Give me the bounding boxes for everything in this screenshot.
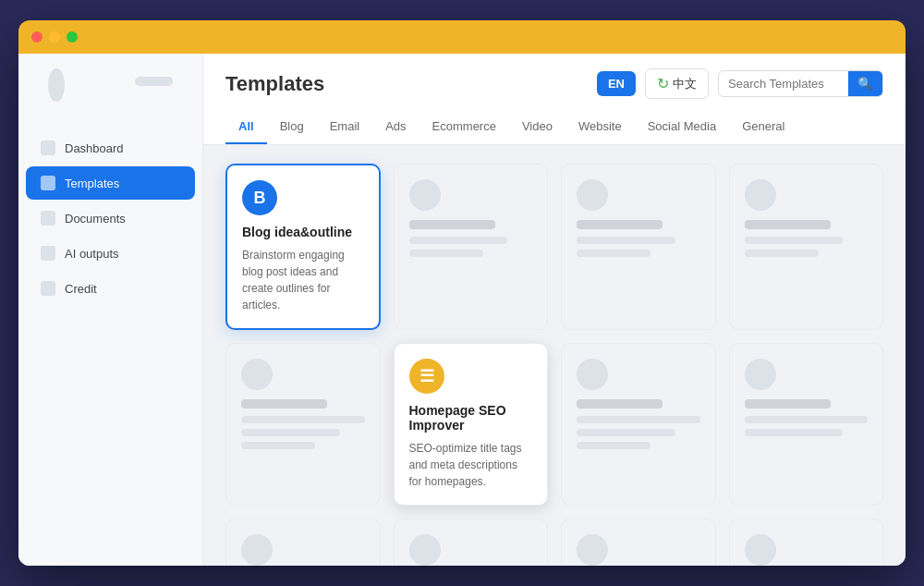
tab-social-media[interactable]: Social Media <box>635 110 729 144</box>
template-card-placeholder-1[interactable] <box>394 164 549 330</box>
sidebar: Dashboard Templates Documents AI outputs… <box>18 54 203 566</box>
sidebar-label-dashboard: Dashboard <box>65 141 124 155</box>
maximize-button[interactable] <box>67 31 78 43</box>
sidebar-item-credit[interactable]: Credit <box>26 272 195 305</box>
placeholder-icon-9 <box>577 534 608 566</box>
search-input[interactable] <box>719 71 848 96</box>
credit-icon <box>41 281 55 296</box>
placeholder-icon-4 <box>241 359 273 390</box>
tab-blog[interactable]: Blog <box>267 110 317 144</box>
main-header: Templates EN ↻ 中文 🔍 <box>203 54 906 145</box>
sidebar-item-dashboard[interactable]: Dashboard <box>26 131 195 165</box>
app-body: Dashboard Templates Documents AI outputs… <box>18 54 906 566</box>
blog-card-desc: Brainstorm engaging blog post ideas and … <box>242 247 364 313</box>
template-card-placeholder-8[interactable] <box>394 519 549 566</box>
placeholder-line-1b <box>409 250 483 257</box>
tab-video[interactable]: Video <box>509 110 565 144</box>
seo-icon: ☰ <box>409 359 444 394</box>
search-bar: 🔍 <box>718 70 883 97</box>
template-grid-area: B Blog idea&outline Brainstorm engaging … <box>203 145 906 566</box>
placeholder-line-5a <box>577 416 700 423</box>
ai-outputs-icon <box>41 246 55 261</box>
tabs: All Blog Email Ads Ecommerce Video Websi… <box>225 110 883 144</box>
template-card-placeholder-4[interactable] <box>225 343 381 506</box>
sidebar-item-documents[interactable]: Documents <box>26 201 195 235</box>
avatar <box>48 68 65 102</box>
placeholder-line-6b <box>745 429 844 436</box>
tab-ecommerce[interactable]: Ecommerce <box>419 110 509 144</box>
placeholder-icon-8 <box>409 534 441 566</box>
placeholder-line-3b <box>745 250 819 257</box>
placeholder-icon-5 <box>577 359 608 390</box>
lang-zh-label: 中文 <box>673 76 697 92</box>
traffic-lights <box>31 31 78 43</box>
blog-card-title: Blog idea&outline <box>242 225 364 239</box>
placeholder-line-5b <box>577 429 675 436</box>
template-card-blog-idea[interactable]: B Blog idea&outline Brainstorm engaging … <box>225 164 381 330</box>
placeholder-line-3a <box>745 237 844 244</box>
placeholder-icon-3 <box>745 179 776 211</box>
template-grid: B Blog idea&outline Brainstorm engaging … <box>225 164 883 566</box>
search-icon: 🔍 <box>857 77 873 91</box>
minimize-button[interactable] <box>49 31 60 43</box>
placeholder-line-4c <box>241 442 315 449</box>
placeholder-line-4b <box>241 429 340 436</box>
placeholder-title-1 <box>409 220 495 229</box>
placeholder-line-2a <box>577 237 675 244</box>
placeholder-icon-6 <box>745 359 776 390</box>
placeholder-icon-1 <box>409 179 441 211</box>
main-content: Templates EN ↻ 中文 🔍 <box>203 54 906 566</box>
placeholder-title-2 <box>577 220 663 229</box>
tab-ads[interactable]: Ads <box>372 110 419 144</box>
user-name-placeholder <box>135 77 173 86</box>
placeholder-title-4 <box>241 399 327 409</box>
lang-arrow-icon: ↻ <box>657 75 669 92</box>
placeholder-icon-10 <box>745 534 776 566</box>
sidebar-label-ai-outputs: AI outputs <box>65 247 119 261</box>
tab-email[interactable]: Email <box>317 110 373 144</box>
tab-general[interactable]: General <box>729 110 797 144</box>
templates-icon <box>41 176 55 190</box>
placeholder-icon-2 <box>577 179 608 211</box>
header-top: Templates EN ↻ 中文 🔍 <box>225 68 883 99</box>
tab-all[interactable]: All <box>225 110 267 144</box>
placeholder-line-1a <box>409 237 508 244</box>
dashboard-icon <box>41 140 55 155</box>
placeholder-icon-7 <box>241 534 273 566</box>
tab-website[interactable]: Website <box>565 110 635 144</box>
sidebar-item-templates[interactable]: Templates <box>26 166 195 200</box>
sidebar-label-credit: Credit <box>65 282 97 296</box>
template-card-placeholder-7[interactable] <box>225 519 381 566</box>
placeholder-line-5c <box>577 442 650 449</box>
template-card-placeholder-3[interactable] <box>729 164 884 330</box>
search-button[interactable]: 🔍 <box>848 71 882 96</box>
lang-zh-button[interactable]: ↻ 中文 <box>645 68 709 99</box>
seo-card-desc: SEO-optimize title tags and meta descrip… <box>409 440 533 490</box>
page-title: Templates <box>225 72 324 96</box>
template-card-placeholder-9[interactable] <box>561 519 716 566</box>
template-card-seo[interactable]: ☰ Homepage SEO Improver SEO-optimize tit… <box>394 343 549 506</box>
close-button[interactable] <box>31 31 43 43</box>
template-card-placeholder-10[interactable] <box>729 519 884 566</box>
placeholder-line-2b <box>577 250 650 257</box>
template-card-placeholder-6[interactable] <box>729 343 884 506</box>
placeholder-title-6 <box>745 399 831 409</box>
seo-card-title: Homepage SEO Improver <box>409 403 533 433</box>
app-window: Dashboard Templates Documents AI outputs… <box>18 20 906 566</box>
header-right: EN ↻ 中文 🔍 <box>597 68 883 99</box>
lang-en-button[interactable]: EN <box>597 71 636 96</box>
placeholder-line-6a <box>745 416 869 423</box>
placeholder-title-5 <box>577 399 663 409</box>
placeholder-title-3 <box>745 220 831 229</box>
sidebar-label-templates: Templates <box>65 177 119 190</box>
template-card-placeholder-2[interactable] <box>561 164 716 330</box>
title-bar <box>18 20 906 54</box>
placeholder-line-4a <box>241 416 365 423</box>
template-card-placeholder-5[interactable] <box>561 343 716 506</box>
sidebar-label-documents: Documents <box>65 212 126 226</box>
documents-icon <box>41 211 55 226</box>
blog-icon: B <box>242 180 277 215</box>
sidebar-item-ai-outputs[interactable]: AI outputs <box>26 237 195 270</box>
